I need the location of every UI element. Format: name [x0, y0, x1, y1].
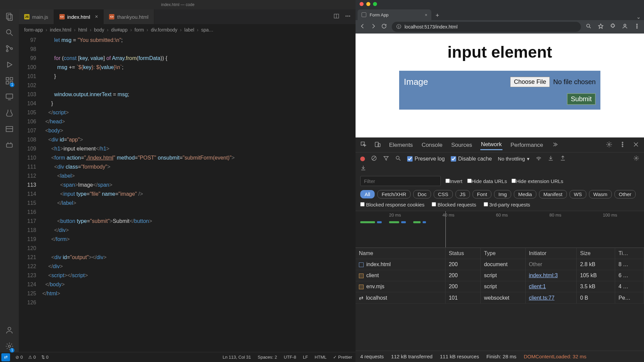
devtools-menu-icon[interactable] — [619, 141, 626, 149]
source-control-icon[interactable] — [5, 44, 14, 54]
invert-checkbox[interactable]: Invert — [445, 178, 463, 184]
encoding[interactable]: UTF-8 — [284, 355, 296, 360]
eol[interactable]: LF — [303, 355, 308, 360]
address-bar[interactable]: ⓘ localhost:5173/index.html — [392, 22, 581, 32]
profile-icon[interactable] — [622, 23, 628, 31]
blocked-cookies-checkbox[interactable]: Blocked response cookies — [360, 202, 424, 207]
download-icon[interactable] — [360, 166, 366, 172]
problems-errors[interactable]: ⊘ 0 — [15, 355, 23, 360]
column-header[interactable]: Size — [577, 248, 615, 259]
tab-console[interactable]: Console — [421, 140, 443, 150]
network-timeline[interactable]: 20 ms 40 ms 60 ms 80 ms 100 ms — [356, 211, 644, 248]
network-row[interactable]: ⇄localhost101websocketclient.ts:770 BPe… — [356, 292, 644, 304]
filter-chip-doc[interactable]: Doc — [413, 190, 431, 198]
language-mode[interactable]: HTML — [315, 355, 326, 360]
filter-input[interactable] — [360, 176, 441, 186]
filter-chip-ws[interactable]: WS — [570, 190, 586, 198]
filter-chip-fetchxhr[interactable]: Fetch/XHR — [377, 190, 411, 198]
testing-icon[interactable] — [5, 109, 14, 119]
window-close-icon[interactable] — [360, 2, 364, 6]
filter-chip-other[interactable]: Other — [614, 190, 636, 198]
clear-button[interactable] — [371, 155, 377, 162]
ports-count[interactable]: ⇅ 0 — [41, 355, 49, 360]
window-zoom-icon[interactable] — [373, 2, 377, 6]
submit-button[interactable]: Submit — [567, 93, 596, 105]
settings-gear-icon[interactable] — [5, 342, 14, 352]
run-debug-icon[interactable] — [5, 60, 14, 70]
site-info-icon[interactable]: ⓘ — [396, 24, 401, 30]
devtools-close-icon[interactable] — [633, 141, 639, 149]
devtools-settings-icon[interactable] — [606, 141, 612, 149]
filter-chip-all[interactable]: All — [360, 190, 375, 198]
reload-button[interactable] — [381, 23, 387, 31]
column-header[interactable]: Status — [445, 248, 480, 259]
chevron-down-icon[interactable]: ⌄ — [636, 14, 644, 20]
hide-extension-urls-checkbox[interactable]: Hide extension URLs — [512, 178, 563, 184]
more-icon[interactable] — [345, 13, 351, 20]
import-har-icon[interactable] — [548, 155, 554, 162]
timeline-icon[interactable] — [5, 125, 14, 135]
tab-performance[interactable]: Performance — [510, 140, 544, 150]
record-button[interactable] — [360, 157, 365, 161]
filter-chip-img[interactable]: Img — [494, 190, 511, 198]
tab-network[interactable]: Network — [480, 140, 502, 150]
filter-chip-js[interactable]: JS — [455, 190, 470, 198]
tab-thankyou[interactable]: <>thankyou.html — [104, 9, 154, 24]
indentation[interactable]: Spaces: 2 — [258, 355, 277, 360]
column-header[interactable]: Ti… — [615, 248, 644, 259]
cursor-position[interactable]: Ln 113, Col 31 — [223, 355, 251, 360]
filter-chip-font[interactable]: Font — [473, 190, 491, 198]
forward-button[interactable] — [370, 23, 376, 31]
window-minimize-icon[interactable] — [366, 2, 370, 6]
browser-tab[interactable]: Form App × — [358, 9, 431, 20]
zoom-icon[interactable] — [586, 23, 592, 31]
hide-data-urls-checkbox[interactable]: Hide data URLs — [467, 178, 507, 184]
device-toolbar-icon[interactable] — [374, 141, 381, 149]
disable-cache-checkbox[interactable]: Disable cache — [451, 156, 492, 162]
tab-mainjs[interactable]: JSmain.js — [19, 9, 54, 24]
back-button[interactable] — [360, 23, 366, 31]
prettier-status[interactable]: ✓ Prettier — [333, 355, 352, 360]
filter-chip-wasm[interactable]: Wasm — [589, 190, 612, 198]
filter-icon[interactable] — [383, 155, 389, 162]
search-icon[interactable] — [5, 28, 14, 38]
remote-indicator-icon[interactable]: ⇄ — [1, 353, 10, 361]
bookmark-icon[interactable] — [598, 23, 604, 31]
breadcrumb[interactable]: form-app› index.html› html› body› div#ap… — [19, 24, 356, 36]
preserve-log-checkbox[interactable]: Preserve log — [407, 156, 445, 162]
search-icon[interactable] — [395, 155, 401, 162]
column-header[interactable]: Initiator — [525, 248, 577, 259]
filter-chip-media[interactable]: Media — [514, 190, 536, 198]
filter-chip-css[interactable]: CSS — [434, 190, 453, 198]
file-input[interactable]: Choose File No file chosen — [510, 77, 596, 87]
ports-icon[interactable] — [5, 141, 14, 151]
extensions-icon[interactable] — [610, 23, 616, 31]
close-tab-icon[interactable]: × — [425, 12, 427, 17]
throttling-select[interactable]: No throttling ▾ — [498, 156, 530, 162]
close-icon[interactable]: × — [95, 14, 98, 20]
split-editor-icon[interactable] — [333, 13, 339, 20]
filter-chip-manifest[interactable]: Manifest — [539, 190, 567, 198]
tab-sources[interactable]: Sources — [450, 140, 473, 150]
new-tab-button[interactable]: + — [433, 11, 442, 20]
explorer-icon[interactable] — [5, 12, 14, 22]
network-row[interactable]: env.mjs200scriptclient:13.5 kB4 … — [356, 281, 644, 292]
blocked-requests-checkbox[interactable]: Blocked requests — [432, 202, 476, 207]
network-row[interactable]: client200scriptindex.html:3105 kB6 … — [356, 270, 644, 281]
column-header[interactable]: Name — [356, 248, 445, 259]
problems-warnings[interactable]: ⚠ 0 — [28, 355, 36, 360]
network-conditions-icon[interactable] — [536, 155, 542, 162]
column-header[interactable]: Type — [480, 248, 525, 259]
code-editor[interactable]: 9798991001011021031041051061071081091101… — [19, 36, 356, 352]
tab-elements[interactable]: Elements — [388, 140, 414, 150]
menu-icon[interactable] — [634, 23, 640, 31]
third-party-checkbox[interactable]: 3rd-party requests — [484, 202, 530, 207]
remote-explorer-icon[interactable] — [5, 93, 14, 103]
extensions-icon[interactable] — [5, 76, 14, 86]
inspect-element-icon[interactable] — [360, 141, 367, 149]
more-tabs-icon[interactable] — [551, 141, 558, 149]
network-settings-icon[interactable] — [633, 155, 639, 162]
choose-file-button[interactable]: Choose File — [510, 77, 550, 87]
network-row[interactable]: index.html200documentOther2.8 kB8 … — [356, 259, 644, 270]
export-har-icon[interactable] — [560, 155, 566, 162]
